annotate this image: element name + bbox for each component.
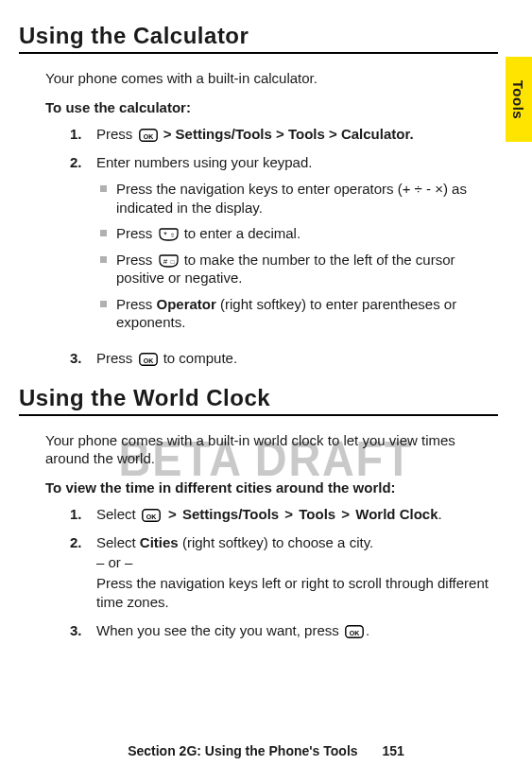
svg-text:OK: OK [143,357,153,363]
svg-text:#: # [163,257,167,266]
heading-world-clock: Using the World Clock [19,385,498,411]
star-key-icon: *⇧ [159,228,179,241]
world-step-1: 1. Select OK > Settings/Tools > Tools > … [70,505,498,524]
heading-rule [19,52,498,54]
page-footer: Section 2G: Using the Phone's Tools 151 [0,743,532,758]
square-bullet-icon [100,185,107,192]
ok-key-icon: OK [142,509,161,522]
footer-section: Section 2G: Using the Phone's Tools [128,743,357,758]
square-bullet-icon [100,301,107,307]
text: Press [96,350,137,366]
text-bold: > Settings/Tools > Tools > Calculator. [160,126,414,142]
text: Select [96,534,140,550]
text-bold: Tools [299,506,335,522]
svg-text:□: □ [170,259,174,265]
svg-text:OK: OK [146,513,157,519]
world-steps: 1. Select OK > Settings/Tools > Tools > … [70,505,498,641]
step-number: 2. [70,533,96,612]
step-number: 3. [70,621,96,640]
text: to enter a decimal. [180,225,301,241]
calc-step-1: 1. Press OK > Settings/Tools > Tools > C… [70,125,498,144]
text: Select [96,506,140,522]
square-bullet-icon [100,230,107,236]
sep: > [281,506,297,522]
calc-intro: Your phone comes with a built-in calcula… [45,69,498,88]
calc-step-3: 3. Press OK to compute. [70,349,498,368]
calc-proc-head: To use the calculator: [45,99,498,115]
step-body: Select OK > Settings/Tools > Tools > Wor… [96,505,498,524]
step-body: Enter numbers using your keypad. Press t… [96,153,498,339]
hash-key-icon: #□ [159,254,179,268]
svg-text:*: * [163,230,167,239]
calc-step-2: 2. Enter numbers using your keypad. Pres… [70,153,498,339]
ok-key-icon: OK [345,625,364,638]
sep: > [337,506,353,522]
heading-rule [19,414,498,416]
svg-text:OK: OK [350,630,360,636]
svg-text:⇧: ⇧ [169,233,174,238]
step-body: When you see the city you want, press OK… [96,621,498,640]
text: Press [116,225,157,241]
calc-sub-4: Press Operator (right softkey) to enter … [100,295,498,332]
step-number: 1. [70,505,96,524]
text: to compute. [160,350,238,366]
calc-sublist: Press the navigation keys to enter opera… [100,180,498,332]
step-number: 2. [70,153,96,339]
or-divider: – or – [96,553,498,572]
world-step-2: 2. Select Cities (right softkey) to choo… [70,533,498,612]
text-bold: Operator [157,296,216,312]
world-proc-head: To view the time in different cities aro… [45,479,498,496]
text: Press [116,252,157,268]
calc-sub-2: Press *⇧ to enter a decimal. [100,224,498,243]
calc-sub-1: Press the navigation keys to enter opera… [100,180,498,217]
page-content: Using the Calculator Your phone comes wi… [0,0,532,640]
step-body: Select Cities (right softkey) to choose … [96,533,498,612]
text: Enter numbers using your keypad. [96,154,312,170]
ok-key-icon: OK [139,353,158,366]
footer-page: 151 [382,743,403,758]
world-step-3: 3. When you see the city you want, press… [70,621,498,640]
svg-text:OK: OK [143,132,153,139]
text: When you see the city you want, press [96,622,343,638]
step-number: 1. [70,125,96,144]
step-body: Press OK > Settings/Tools > Tools > Calc… [96,125,498,144]
heading-calculator: Using the Calculator [19,23,498,49]
text: . [438,506,442,522]
text: Press the navigation keys to enter opera… [116,180,498,217]
ok-key-icon: OK [139,129,158,142]
step-body: Press OK to compute. [96,349,498,368]
text-bold: World Clock [355,506,438,522]
text: Press [96,126,137,142]
text: Press [116,296,157,312]
text: (right softkey) to choose a city. [179,534,373,550]
square-bullet-icon [100,256,107,263]
calc-steps: 1. Press OK > Settings/Tools > Tools > C… [70,125,498,368]
calc-sub-3: Press #□ to make the number to the left … [100,251,498,287]
world-intro: Your phone comes with a built-in world c… [45,431,498,468]
text-bold: Settings/Tools [182,506,279,522]
text: . [366,622,369,638]
text: Press the navigation keys left or right … [96,574,498,613]
sep: > [164,506,180,522]
step-number: 3. [70,349,96,368]
text-bold: Cities [140,534,179,550]
